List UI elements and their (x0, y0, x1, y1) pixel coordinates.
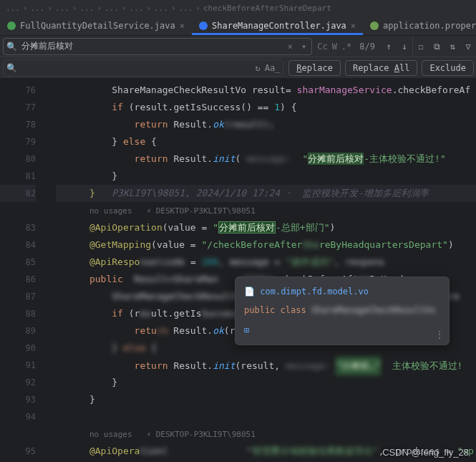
code-line[interactable] (56, 408, 476, 425)
breadcrumb-item[interactable]: checkBeforeAfterShareDepart (203, 4, 331, 13)
fold-marker[interactable] (42, 271, 56, 288)
case-option[interactable]: Cc (315, 42, 329, 52)
fold-marker[interactable] (42, 82, 56, 99)
code-line[interactable]: no usages ⚡ DESKTOP-P3KLI9T\98051 (56, 425, 476, 443)
line-number[interactable]: 78 (0, 116, 36, 133)
clear-search-icon[interactable]: × (286, 42, 295, 52)
tab[interactable]: FullQuantityDetailService.java× (0, 16, 192, 35)
usages-hint[interactable]: no usages ⚡ DESKTOP-P3KLI9T\98051 (89, 430, 256, 439)
replace-input[interactable] (21, 63, 251, 73)
replace-all-button[interactable]: Replace All (345, 60, 417, 76)
fold-marker[interactable] (42, 288, 56, 305)
line-number[interactable]: 94 (0, 408, 36, 425)
dropdown-icon[interactable]: ▾ (299, 42, 309, 52)
breadcrumb-item[interactable]: ... (154, 4, 168, 13)
prev-match-icon[interactable]: ↑ (381, 42, 397, 52)
word-option[interactable]: W (330, 42, 339, 52)
fold-marker[interactable] (42, 357, 56, 374)
fold-marker[interactable] (42, 150, 56, 168)
tab[interactable]: ShareManageController.java× (192, 16, 363, 35)
line-number[interactable]: 83 (0, 219, 36, 236)
breadcrumb-item[interactable]: ... (130, 4, 144, 13)
line-number[interactable]: 92 (0, 374, 36, 391)
line-number[interactable] (0, 202, 36, 219)
line-number[interactable]: 79 (0, 133, 36, 150)
fold-marker[interactable] (42, 116, 56, 133)
fold-marker[interactable] (42, 168, 56, 185)
exclude-button[interactable]: Exclude (422, 60, 474, 76)
breadcrumb-item[interactable]: ... (179, 4, 193, 13)
fold-marker[interactable] (42, 305, 56, 322)
breadcrumb-item[interactable]: ... (80, 4, 94, 13)
history-icon[interactable]: ↻ (255, 63, 260, 73)
select-occurrences-icon[interactable]: ☐ (413, 42, 429, 52)
hierarchy-icon[interactable]: ⊞ (244, 325, 249, 335)
line-number[interactable]: 77 (0, 99, 36, 116)
code-line[interactable]: @ApiResponse(code = 200, message = "操作成功… (56, 254, 476, 271)
regex-option[interactable]: .* (339, 42, 354, 52)
code-line[interactable]: return Result.ok(result); (56, 116, 476, 133)
code-line[interactable]: @GetMapping(value = "/checkBeforeAfterSh… (56, 236, 476, 254)
line-number[interactable]: 90 (0, 340, 36, 357)
line-number[interactable]: 86 (0, 271, 36, 288)
code-editor[interactable]: 7677787980818283848586878889909192939495… (0, 79, 476, 462)
fold-marker[interactable] (42, 408, 56, 425)
line-number[interactable]: 81 (0, 168, 36, 185)
line-number[interactable]: 87 (0, 288, 36, 305)
find-input-wrap[interactable]: 🔍 × ▾ (3, 38, 312, 55)
line-number[interactable]: 93 (0, 391, 36, 408)
code-line[interactable]: } (56, 168, 476, 185)
line-number[interactable]: 76 (0, 82, 36, 99)
more-menu-icon[interactable]: ⋮ (435, 327, 445, 342)
line-number[interactable]: 89 (0, 322, 36, 340)
preserve-case-icon[interactable]: Aa̲ (265, 63, 281, 73)
select-all-icon[interactable]: ⧉ (429, 42, 445, 52)
code-line[interactable]: return Result.init(result, message: "分摊前… (56, 357, 476, 374)
fold-marker[interactable] (42, 185, 56, 202)
close-icon[interactable]: × (351, 21, 356, 31)
tab[interactable]: application.properties× (363, 16, 476, 35)
line-number[interactable]: 95 (0, 443, 36, 460)
search-input[interactable] (21, 42, 281, 52)
breadcrumb-item[interactable]: ... (31, 4, 45, 13)
line-number[interactable]: 82 (0, 185, 36, 202)
settings-icon[interactable]: ⇅ (445, 42, 460, 52)
code-line[interactable]: no usages ⚡ DESKTOP-P3KLI9T\98051 (56, 202, 476, 219)
replace-input-wrap[interactable]: 🔍 ↻ Aa̲ (3, 59, 283, 77)
code-line[interactable]: } (56, 391, 476, 408)
code-line[interactable]: } P3KLI9T\98051, 2024/1/10 17:24 · 监控模块开… (56, 185, 476, 202)
fold-marker[interactable] (42, 391, 56, 408)
code-line[interactable]: } (56, 374, 476, 391)
code-line[interactable]: return Result.init( message: "分摊前后核对-主体校… (56, 150, 476, 168)
line-number[interactable]: 85 (0, 254, 36, 271)
close-icon[interactable]: × (180, 21, 185, 31)
fold-marker[interactable] (42, 322, 56, 340)
code-line[interactable]: @ApiOperation(value = "分摊前后核对-总部+部门") (56, 219, 476, 236)
code-line[interactable]: ShareManageCheckResultVo result= sharMan… (56, 82, 476, 99)
fold-marker[interactable] (42, 443, 56, 460)
fold-marker[interactable] (42, 236, 56, 254)
line-number[interactable]: 88 (0, 305, 36, 322)
next-match-icon[interactable]: ↓ (397, 42, 412, 52)
replace-button[interactable]: RReplaceeplace (288, 60, 341, 76)
fold-marker[interactable] (42, 133, 56, 150)
fold-marker[interactable] (42, 202, 56, 219)
line-number[interactable] (0, 425, 36, 443)
code-line[interactable]: if (result.getIsSuccess() == 1) { (56, 99, 476, 116)
fold-marker[interactable] (42, 425, 56, 443)
line-number[interactable]: 91 (0, 357, 36, 374)
fold-marker[interactable] (42, 340, 56, 357)
breadcrumb-item[interactable]: ... (55, 4, 69, 13)
fold-marker[interactable] (42, 99, 56, 116)
fold-marker[interactable] (42, 374, 56, 391)
breadcrumb-item[interactable]: ... (105, 4, 119, 13)
usages-hint[interactable]: no usages ⚡ DESKTOP-P3KLI9T\98051 (89, 206, 256, 216)
fold-marker[interactable] (42, 254, 56, 271)
code-area[interactable]: ShareManageCheckResultVo result= sharMan… (56, 79, 476, 462)
line-number[interactable]: 80 (0, 150, 36, 168)
fold-marker[interactable] (42, 219, 56, 236)
code-line[interactable]: } else { (56, 133, 476, 150)
filter-icon[interactable]: ▽ (460, 42, 476, 52)
line-number[interactable]: 84 (0, 236, 36, 254)
breadcrumb-item[interactable]: ... (6, 4, 20, 13)
